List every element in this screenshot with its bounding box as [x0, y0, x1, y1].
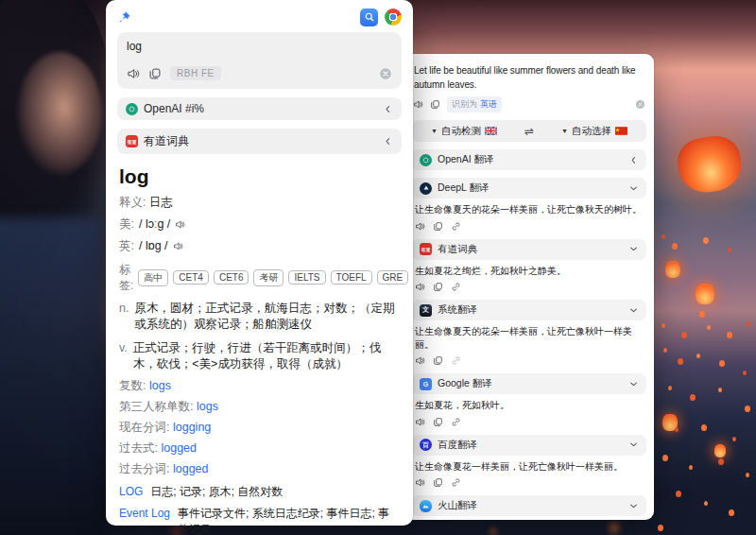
target-language-select[interactable]: ▼ 自动选择 — [561, 125, 627, 138]
speaker-icon[interactable] — [415, 221, 425, 232]
wallpaper-figure-body — [0, 217, 104, 535]
tag: GRE — [377, 270, 409, 285]
form-link[interactable]: logs — [197, 400, 218, 413]
speaker-icon[interactable] — [173, 241, 183, 251]
speaker-icon[interactable] — [415, 477, 425, 488]
chevron-down-icon[interactable] — [628, 440, 639, 450]
translation-text: 让生命像夏天的花朵一样美丽，让死亡像秋天的树叶。 — [415, 203, 644, 216]
copy-icon[interactable] — [148, 67, 162, 80]
translation-toolbar — [415, 282, 644, 292]
service-header[interactable]: DeepL 翻译 — [412, 178, 646, 198]
form-link[interactable]: logs — [149, 379, 171, 392]
copy-icon[interactable] — [433, 355, 443, 366]
source-toolbar: 识别为 英语 — [412, 96, 646, 112]
sky-lantern — [714, 444, 726, 457]
translation-toolbar — [415, 417, 644, 427]
phrase-row: LOG 日志; 记录; 原木; 自然对数 — [119, 484, 400, 500]
form-present-participle: 现在分词: logging — [119, 420, 400, 436]
clear-input-icon[interactable] — [635, 99, 645, 110]
cn-flag-icon — [615, 127, 627, 135]
service-header[interactable]: 有道 有道词典 — [412, 239, 646, 260]
translation-toolbar — [415, 477, 644, 488]
sky-lantern-field — [0, 0, 4, 5]
word-forms: 复数: logs 第三人称单数: logs 现在分词: logging 过去式:… — [119, 378, 400, 477]
form-link[interactable]: logged — [173, 462, 209, 475]
translation-text: 生如夏花之绚烂，死如秋叶之静美。 — [415, 265, 644, 278]
chevron-down-icon[interactable] — [628, 305, 639, 316]
dictionary-window: log RBH FE OpenAI #i% 有道 有道词典 log 释义: 日志… — [106, 0, 413, 526]
link-icon[interactable] — [451, 282, 461, 292]
form-link[interactable]: logged — [161, 441, 197, 455]
speaker-icon[interactable] — [413, 99, 423, 110]
speaker-icon[interactable] — [415, 417, 425, 427]
tag: CET6 — [214, 270, 249, 285]
openai-icon — [126, 103, 138, 115]
service-header[interactable]: 文 系统翻译 — [412, 300, 646, 320]
chevron-down-icon[interactable] — [628, 379, 639, 389]
phrase-link[interactable]: LOG — [119, 484, 143, 500]
phonetic-us: 美: / lɔːg / — [119, 216, 400, 233]
link-icon[interactable] — [451, 221, 461, 232]
phonetic-uk: 英: / lɒg / — [119, 238, 400, 254]
titlebar — [117, 8, 402, 26]
uk-flag-icon — [485, 127, 497, 135]
service-header[interactable]: 火山翻译 — [412, 495, 646, 516]
translation-text: 生如夏花，死如秋叶。 — [415, 399, 644, 412]
chevron-left-icon[interactable] — [383, 104, 393, 114]
source-text-input[interactable]: Let life be beautiful like summer flower… — [412, 61, 646, 92]
link-icon[interactable] — [451, 477, 461, 488]
pin-icon[interactable] — [117, 10, 131, 25]
wallpaper-figure-face — [17, 52, 102, 175]
phrase-row: Event Log 事件记录文件; 系统日志纪录; 事件日志; 事件记录 — [119, 506, 400, 535]
chevron-down-icon[interactable] — [628, 183, 639, 194]
service-card-openai: OpenAI 翻译 — [412, 149, 646, 170]
tag: 考研 — [253, 269, 284, 286]
dictionary-app-icon[interactable] — [360, 9, 378, 26]
youdao-icon: 有道 — [420, 243, 432, 255]
youdao-section-label: 有道词典 — [144, 133, 189, 149]
form-link[interactable]: logging — [173, 421, 211, 434]
copy-icon[interactable] — [433, 477, 443, 488]
phrase-link[interactable]: Event Log — [119, 506, 170, 535]
dropdown-arrow-icon: ▼ — [561, 128, 568, 134]
speaker-icon[interactable] — [175, 219, 185, 230]
detected-language-badge[interactable]: 识别为 英语 — [447, 96, 502, 112]
dropdown-arrow-icon: ▼ — [431, 128, 438, 134]
service-card-system: 文 系统翻译 让生命像夏天的花朵一样美丽，让死亡像秋叶一样美丽。 — [412, 300, 646, 366]
copy-icon[interactable] — [433, 221, 443, 232]
chevron-down-icon[interactable] — [628, 244, 639, 254]
query-input[interactable]: log — [127, 40, 392, 54]
openai-section-header[interactable]: OpenAI #i% — [117, 97, 402, 120]
headword: log — [119, 165, 400, 188]
copy-icon[interactable] — [430, 99, 440, 110]
youdao-section-header[interactable]: 有道 有道词典 — [117, 129, 402, 154]
speaker-icon[interactable] — [127, 67, 140, 80]
chevron-left-icon[interactable] — [383, 136, 393, 147]
service-card-youdao: 有道 有道词典 生如夏花之绚烂，死如秋叶之静美。 — [412, 239, 646, 293]
service-header[interactable]: G Google 翻译 — [412, 373, 646, 394]
copy-icon[interactable] — [433, 417, 443, 427]
service-header[interactable]: 百 百度翻译 — [412, 435, 646, 456]
service-card-baidu: 百 百度翻译 让生命像夏花一样美丽，让死亡像秋叶一样美丽。 — [412, 435, 646, 489]
deepl-icon — [420, 182, 432, 195]
chrome-icon[interactable] — [385, 9, 402, 26]
translation-text: 让生命像夏花一样美丽，让死亡像秋叶一样美丽。 — [415, 460, 644, 474]
chevron-down-icon[interactable] — [628, 501, 639, 511]
link-icon[interactable] — [451, 417, 461, 427]
speaker-icon[interactable] — [415, 355, 425, 366]
service-header[interactable]: OpenAI 翻译 — [412, 149, 646, 170]
copy-icon[interactable] — [433, 282, 443, 292]
link-icon[interactable] — [451, 355, 461, 366]
speaker-icon[interactable] — [415, 282, 425, 292]
source-language-select[interactable]: ▼ 自动检测 — [431, 125, 497, 138]
baidu-translate-icon: 百 — [420, 439, 432, 451]
swap-languages-icon[interactable]: ⇌ — [524, 125, 534, 138]
shortcut-hint-badge: RBH FE — [170, 66, 221, 80]
google-translate-icon: G — [420, 378, 432, 390]
tag: TOEFL — [331, 270, 372, 285]
form-past-participle: 过去分词: logged — [119, 461, 400, 477]
chevron-left-icon[interactable] — [628, 155, 639, 165]
query-box[interactable]: log RBH FE — [117, 32, 402, 89]
clear-input-icon[interactable] — [379, 67, 392, 80]
form-plural: 复数: logs — [119, 378, 400, 394]
